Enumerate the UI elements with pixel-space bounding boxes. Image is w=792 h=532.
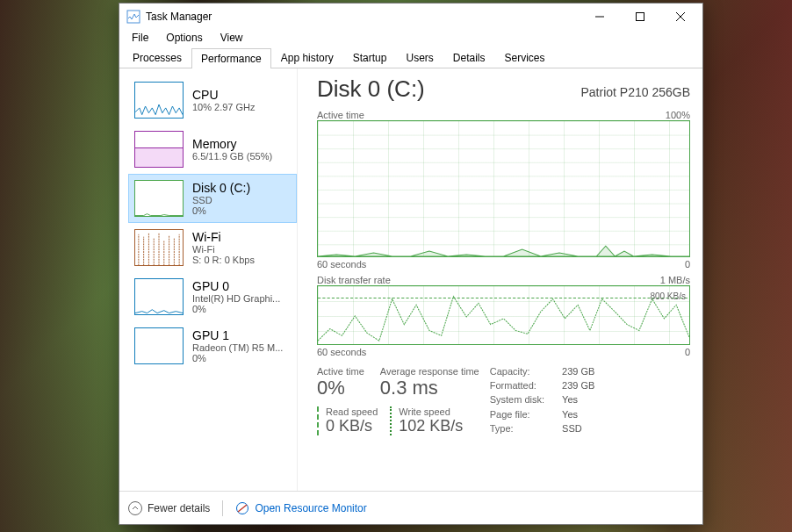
chart1-xleft: 60 seconds	[317, 259, 366, 270]
chart1-max: 100%	[666, 110, 690, 120]
fewer-details-label: Fewer details	[148, 502, 210, 514]
main-panel: Disk 0 (C:) Patriot P210 256GB Active ti…	[297, 68, 702, 491]
sidebar-item-disk0[interactable]: Disk 0 (C:) SSD 0%	[128, 174, 297, 223]
read-speed-value: 0 KB/s	[326, 417, 378, 435]
sidebar-item-sub: Intel(R) HD Graphi...	[192, 293, 280, 304]
info-value: 239 GB	[562, 366, 594, 378]
sidebar-item-memory[interactable]: Memory 6.5/11.9 GB (55%)	[128, 125, 297, 174]
menu-file[interactable]: File	[123, 30, 157, 47]
tab-startup[interactable]: Startup	[343, 47, 397, 68]
sidebar-item-label: CPU	[192, 88, 256, 102]
chart2-xleft: 60 seconds	[317, 347, 366, 357]
sidebar-item-sub2: S: 0 R: 0 Kbps	[192, 255, 255, 265]
minimize-icon	[595, 12, 604, 21]
open-resource-monitor-link[interactable]: Open Resource Monitor	[235, 501, 366, 515]
sidebar-item-sub2: 0%	[192, 304, 280, 314]
tab-performance[interactable]: Performance	[191, 48, 271, 68]
titlebar[interactable]: Task Manager	[119, 4, 702, 30]
sidebar-item-wifi[interactable]: Wi-Fi Wi-Fi S: 0 R: 0 Kbps	[128, 223, 297, 272]
svg-rect-2	[637, 13, 644, 21]
window-title: Task Manager	[146, 11, 580, 23]
footer: Fewer details Open Resource Monitor	[119, 491, 702, 524]
disk-info-grid: Capacity:239 GBFormatted:239 GBSystem di…	[490, 366, 595, 435]
sidebar-item-sub: Radeon (TM) R5 M...	[192, 342, 283, 353]
chart1-label: Active time	[317, 110, 364, 120]
info-value: SSD	[562, 423, 594, 435]
write-speed-label: Write speed	[399, 406, 463, 417]
chart2-max: 1 MB/s	[660, 275, 690, 285]
sidebar-item-label: Wi-Fi	[192, 230, 255, 244]
tab-processes[interactable]: Processes	[123, 47, 191, 68]
sidebar-item-sub: SSD	[192, 195, 250, 205]
sidebar: CPU 10% 2.97 GHz Memory 6.5/11.9 GB (55%…	[119, 68, 297, 491]
resmon-icon	[235, 501, 249, 515]
resmon-label: Open Resource Monitor	[255, 502, 366, 514]
info-value: Yes	[562, 394, 594, 406]
task-manager-window: Task Manager File Options View Processes…	[119, 3, 703, 525]
info-key: Capacity:	[490, 366, 544, 378]
chart2-label: Disk transfer rate	[317, 275, 391, 285]
active-time-label: Active time	[317, 366, 364, 377]
tab-services[interactable]: Services	[495, 47, 555, 68]
page-title: Disk 0 (C:)	[317, 75, 425, 103]
write-speed-value: 102 KB/s	[399, 417, 463, 435]
read-speed-label: Read speed	[326, 406, 378, 417]
info-value: Yes	[562, 409, 594, 421]
disk-model: Patriot P210 256GB	[580, 85, 690, 99]
tab-users[interactable]: Users	[396, 47, 443, 68]
sidebar-item-label: Memory	[192, 137, 272, 151]
wifi-thumb-icon	[134, 229, 184, 266]
sidebar-item-label: GPU 1	[192, 328, 283, 342]
memory-thumb-icon	[134, 131, 184, 168]
minimize-button[interactable]	[580, 4, 620, 30]
sidebar-item-sub: 6.5/11.9 GB (55%)	[192, 151, 272, 162]
sidebar-item-label: GPU 0	[192, 279, 280, 293]
info-key: Type:	[490, 423, 544, 435]
gpu-thumb-icon	[134, 278, 184, 315]
menubar: File Options View	[119, 30, 702, 47]
sidebar-item-cpu[interactable]: CPU 10% 2.97 GHz	[128, 75, 297, 125]
tab-details[interactable]: Details	[443, 47, 495, 68]
tabbar: Processes Performance App history Startu…	[119, 47, 702, 68]
close-icon	[676, 12, 685, 21]
active-time-value: 0%	[317, 377, 364, 399]
chart2-xright: 0	[685, 347, 690, 357]
maximize-button[interactable]	[620, 4, 660, 30]
maximize-icon	[636, 12, 644, 21]
sidebar-item-label: Disk 0 (C:)	[192, 181, 250, 195]
menu-options[interactable]: Options	[157, 30, 211, 47]
disk-thumb-icon	[134, 180, 184, 217]
info-key: Formatted:	[490, 380, 544, 392]
tab-app-history[interactable]: App history	[271, 47, 343, 68]
close-button[interactable]	[660, 4, 701, 30]
info-key: Page file:	[490, 409, 544, 421]
resp-time-label: Average response time	[380, 366, 479, 377]
app-icon	[126, 10, 140, 24]
menu-view[interactable]: View	[212, 30, 252, 47]
chart2-maxline: 800 KB/s	[650, 291, 686, 301]
sidebar-item-sub: Wi-Fi	[192, 244, 255, 255]
resp-time-value: 0.3 ms	[380, 377, 479, 399]
content-area: CPU 10% 2.97 GHz Memory 6.5/11.9 GB (55%…	[119, 68, 702, 491]
info-value: 239 GB	[562, 380, 594, 392]
info-key: System disk:	[490, 394, 544, 406]
chart1-xright: 0	[685, 259, 690, 270]
active-time-chart[interactable]	[317, 120, 690, 257]
cpu-thumb-icon	[134, 82, 184, 119]
gpu-thumb-icon	[134, 327, 184, 364]
fewer-details-button[interactable]: Fewer details	[128, 501, 210, 515]
svg-line-16	[238, 505, 247, 512]
chevron-up-icon	[128, 501, 142, 515]
sidebar-item-gpu0[interactable]: GPU 0 Intel(R) HD Graphi... 0%	[128, 272, 297, 321]
sidebar-item-sub2: 0%	[192, 205, 250, 216]
footer-separator	[222, 500, 223, 516]
sidebar-item-sub2: 0%	[192, 353, 283, 363]
transfer-rate-chart[interactable]: 800 KB/s	[317, 285, 690, 345]
sidebar-item-sub: 10% 2.97 GHz	[192, 102, 256, 112]
sidebar-item-gpu1[interactable]: GPU 1 Radeon (TM) R5 M... 0%	[128, 321, 297, 370]
